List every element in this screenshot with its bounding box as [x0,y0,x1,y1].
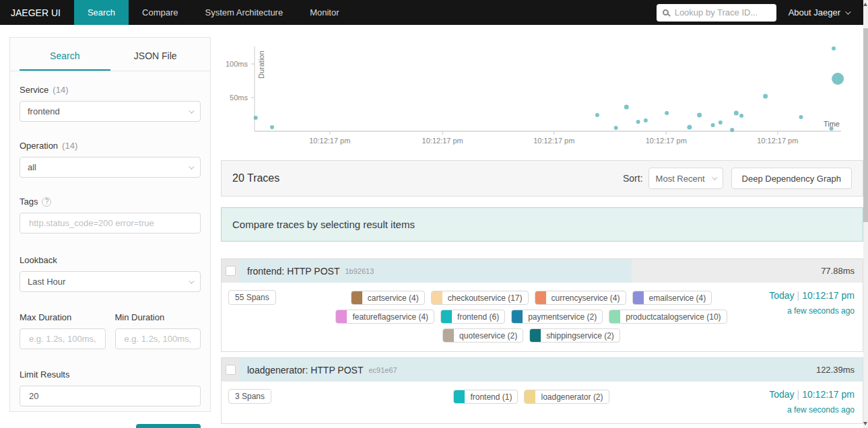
duration-scatter-plot[interactable]: 100ms50ms10:12:17 pm10:12:17 pm10:12:17 … [221,37,863,156]
trace-lookup-input[interactable] [673,7,770,18]
trace-point[interactable] [832,46,836,50]
trace-point[interactable] [595,113,599,117]
service-chip-label: productcatalogservice (10) [620,310,726,323]
compare-banner: Compare traces by selecting result items [221,207,863,242]
service-chip-label: frontend (6) [452,310,504,323]
tags-input[interactable] [28,217,193,229]
trace-title: frontend: HTTP POST [247,266,339,277]
service-chip: shippingservice (2) [529,328,620,343]
deep-dependency-graph-button[interactable]: Deep Dependency Graph [731,168,852,189]
service-color-swatch [336,310,347,323]
about-jaeger-menu[interactable]: About Jaeger [789,0,868,25]
lookback-select[interactable]: Last Hour [20,271,201,292]
tab-json-file[interactable]: JSON File [110,38,201,71]
trace-select-checkbox[interactable] [226,365,236,375]
trace-id: ec91e67 [368,366,397,374]
trace-header[interactable]: frontend: HTTP POST 1b92613 77.88ms [222,259,863,283]
trace-point[interactable] [614,126,618,130]
trace-point[interactable] [734,111,739,116]
trace-point[interactable] [799,115,803,119]
service-chip: checkoutservice (17) [431,291,529,305]
scrollbar-thumb[interactable] [863,28,868,222]
trace-lookup-box[interactable] [657,4,776,22]
min-duration-box[interactable] [115,328,201,349]
trace-date[interactable]: Today [769,389,794,400]
time-separator: | [797,290,800,301]
max-duration-box[interactable] [20,328,106,349]
find-traces-button[interactable]: Find Traces [136,424,201,428]
trace-point[interactable] [270,125,274,129]
nav-item-compare[interactable]: Compare [129,0,191,25]
max-duration-input[interactable] [28,333,98,345]
service-chip: emailservice (4) [632,291,712,305]
trace-header[interactable]: loadgenerator: HTTP POST ec91e67 122.39m… [222,358,863,382]
trace-result-item[interactable]: frontend: HTTP POST 1b92613 77.88ms 55 S… [221,258,863,352]
service-chip: frontend (1) [453,390,518,404]
trace-point[interactable] [665,111,669,115]
trace-point[interactable] [832,73,844,85]
scroll-up-arrow-icon[interactable] [863,3,867,6]
trace-relative-time: a few seconds ago [735,405,855,415]
trace-time[interactable]: 10:12:17 pm [802,389,855,400]
trace-point[interactable] [697,113,702,118]
service-color-swatch [525,390,535,403]
service-chip: featureflagservice (4) [335,310,434,324]
search-sidebar: Search JSON File Service (14) frontend O… [9,37,211,412]
nav-item-system-architecture[interactable]: System Architecture [192,0,297,25]
service-color-swatch [352,291,362,304]
trace-id: 1b92613 [345,267,374,275]
service-color-swatch [530,329,541,342]
trace-point[interactable] [624,105,629,110]
svg-text:10:12:17 pm: 10:12:17 pm [422,137,463,145]
chevron-down-icon [189,164,194,169]
nav-spacer [353,0,657,25]
service-color-swatch [535,291,546,304]
service-chip: paymentservice (2) [511,310,603,324]
service-select-value: frontend [28,106,189,116]
main-content: 100ms50ms10:12:17 pm10:12:17 pm10:12:17 … [221,37,863,428]
trace-point[interactable] [644,118,648,122]
service-color-swatch [633,291,644,304]
limit-results-box[interactable] [20,386,201,406]
trace-point[interactable] [711,123,715,127]
about-jaeger-label: About Jaeger [789,7,840,17]
service-chip-label: shippingservice (2) [541,329,620,342]
operation-select[interactable]: all [20,157,201,178]
service-color-swatch [432,291,442,304]
svg-text:10:12:17 pm: 10:12:17 pm [309,137,350,145]
trace-select-checkbox[interactable] [226,266,236,276]
trace-point[interactable] [763,94,768,99]
service-chip-label: currencyservice (4) [546,291,626,304]
lookback-select-value: Last Hour [28,277,189,287]
limit-results-input[interactable] [28,390,193,402]
trace-duration: 122.39ms [816,358,855,382]
trace-result-item[interactable]: loadgenerator: HTTP POST ec91e67 122.39m… [221,357,863,424]
service-select[interactable]: frontend [20,101,201,122]
trace-point[interactable] [739,114,743,118]
nav-item-monitor[interactable]: Monitor [296,0,352,25]
vertical-scrollbar[interactable] [863,0,868,428]
trace-point[interactable] [830,127,834,131]
sort-select[interactable]: Most Recent [648,168,723,189]
help-icon[interactable]: ? [42,197,51,207]
service-chip-label: frontend (1) [465,390,517,403]
nav-item-search[interactable]: Search [74,0,129,25]
tags-input-box[interactable] [20,213,201,234]
service-color-swatch [609,310,620,323]
trace-point[interactable] [730,128,734,132]
operation-select-value: all [28,162,189,172]
service-chip: productcatalogservice (10) [609,310,727,324]
trace-point[interactable] [254,116,258,120]
trace-point[interactable] [719,120,723,124]
trace-date[interactable]: Today [769,290,794,301]
max-duration-label: Max Duration [20,312,106,322]
time-separator: | [797,389,800,400]
trace-point[interactable] [687,125,692,130]
tab-search[interactable]: Search [20,38,110,71]
trace-time[interactable]: 10:12:17 pm [802,290,855,301]
min-duration-input[interactable] [123,333,193,345]
service-color-swatch [443,329,454,342]
trace-point[interactable] [636,120,640,124]
min-duration-label: Min Duration [115,312,201,322]
scroll-down-arrow-icon[interactable] [863,422,867,425]
